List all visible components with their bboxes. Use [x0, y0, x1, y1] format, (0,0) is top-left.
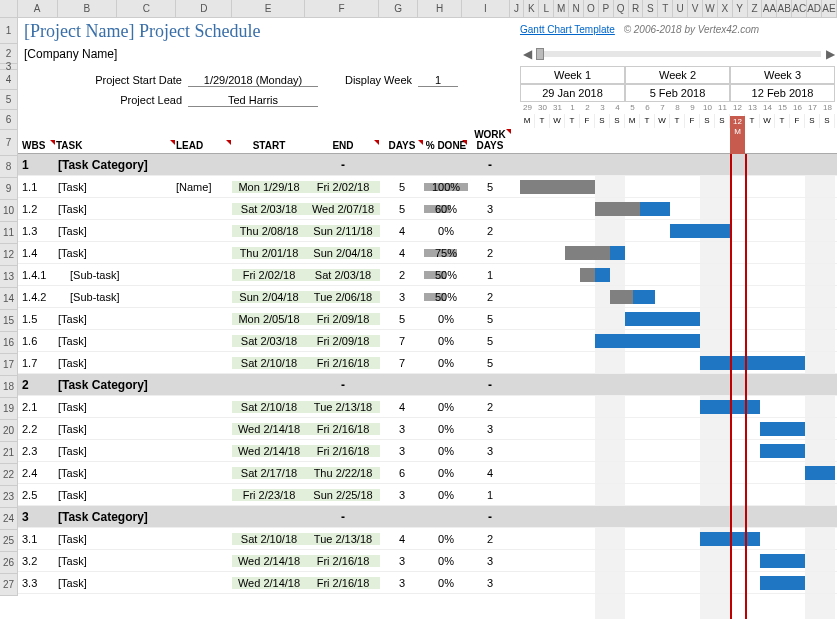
gantt-bar[interactable]: [595, 334, 700, 348]
col-header[interactable]: B: [58, 0, 117, 17]
start-date-value[interactable]: 1/29/2018 (Monday): [188, 74, 318, 87]
table-row[interactable]: 3.1 [Task] Sat 2/10/18 Tue 2/13/18 4 0% …: [18, 528, 520, 550]
cell-done[interactable]: 75%: [424, 247, 468, 259]
cell-days[interactable]: 4: [380, 401, 424, 413]
gantt-bar[interactable]: [625, 312, 700, 326]
cell-days[interactable]: 4: [380, 225, 424, 237]
cell-wbs[interactable]: 2.3: [18, 445, 56, 457]
row-header[interactable]: 17: [0, 354, 18, 376]
col-header[interactable]: Y: [733, 0, 748, 17]
cell-task[interactable]: [Sub-task]: [56, 269, 176, 281]
cell-start[interactable]: Mon 1/29/18: [232, 181, 306, 193]
cell-done[interactable]: 0%: [424, 225, 468, 237]
cell-days[interactable]: 2: [380, 269, 424, 281]
cell-end[interactable]: Wed 2/07/18: [306, 203, 380, 215]
cell-start[interactable]: Sat 2/03/18: [232, 203, 306, 215]
table-row[interactable]: 1.2 [Task] Sat 2/03/18 Wed 2/07/18 5 60%…: [18, 198, 520, 220]
cell-workdays[interactable]: 1: [468, 489, 512, 501]
table-row[interactable]: 2.3 [Task] Wed 2/14/18 Fri 2/16/18 3 0% …: [18, 440, 520, 462]
col-header[interactable]: D: [176, 0, 232, 17]
col-header[interactable]: U: [673, 0, 688, 17]
row-header[interactable]: 1: [0, 18, 18, 44]
cell-workdays[interactable]: 2: [468, 533, 512, 545]
table-row[interactable]: 2.2 [Task] Wed 2/14/18 Fri 2/16/18 3 0% …: [18, 418, 520, 440]
col-header[interactable]: AB: [777, 0, 792, 17]
table-row[interactable]: 2.1 [Task] Sat 2/10/18 Tue 2/13/18 4 0% …: [18, 396, 520, 418]
cell-done[interactable]: 0%: [424, 445, 468, 457]
cell-end[interactable]: Fri 2/09/18: [306, 335, 380, 347]
cell-task[interactable]: [Task]: [56, 181, 176, 193]
cell-end[interactable]: Tue 2/06/18: [306, 291, 380, 303]
cell-done[interactable]: 0%: [424, 313, 468, 325]
row-header[interactable]: 5: [0, 90, 18, 110]
cell-workdays[interactable]: 3: [468, 203, 512, 215]
cell-workdays[interactable]: 5: [468, 181, 512, 193]
col-header[interactable]: R: [629, 0, 644, 17]
cell-wbs[interactable]: 2.2: [18, 423, 56, 435]
cell-task[interactable]: [Task]: [56, 533, 176, 545]
row-header[interactable]: 7: [0, 130, 18, 156]
cell-start[interactable]: Wed 2/14/18: [232, 577, 306, 589]
cell-days[interactable]: 5: [380, 313, 424, 325]
cell-end[interactable]: Fri 2/09/18: [306, 313, 380, 325]
cell-done[interactable]: 0%: [424, 423, 468, 435]
cell-task[interactable]: [Task]: [56, 445, 176, 457]
cell-end[interactable]: Tue 2/13/18: [306, 533, 380, 545]
col-header[interactable]: N: [569, 0, 584, 17]
table-row[interactable]: 1.6 [Task] Sat 2/03/18 Fri 2/09/18 7 0% …: [18, 330, 520, 352]
cell-task[interactable]: [Task]: [56, 203, 176, 215]
col-header[interactable]: A: [18, 0, 58, 17]
table-row[interactable]: 3 [Task Category] - -: [18, 506, 520, 528]
cell-task[interactable]: [Task]: [56, 467, 176, 479]
cell-workdays[interactable]: -: [468, 510, 512, 524]
cell-end[interactable]: Tue 2/13/18: [306, 401, 380, 413]
row-headers[interactable]: 1234567891011121314151617181920212223242…: [0, 18, 18, 596]
col-header[interactable]: P: [599, 0, 614, 17]
cell-start[interactable]: Sun 2/04/18: [232, 291, 306, 303]
cell-days[interactable]: 5: [380, 203, 424, 215]
gantt-template-link[interactable]: Gantt Chart Template: [520, 24, 615, 35]
table-row[interactable]: 1.3 [Task] Thu 2/08/18 Sun 2/11/18 4 0% …: [18, 220, 520, 242]
row-header[interactable]: 25: [0, 530, 18, 552]
cell-done[interactable]: 100%: [424, 181, 468, 193]
cell-start[interactable]: Fri 2/02/18: [232, 269, 306, 281]
col-header[interactable]: Z: [748, 0, 763, 17]
col-header[interactable]: K: [524, 0, 539, 17]
row-header[interactable]: 18: [0, 376, 18, 398]
cell-task[interactable]: [Task]: [56, 225, 176, 237]
cell-done[interactable]: 50%: [424, 269, 468, 281]
row-header[interactable]: 4: [0, 70, 18, 90]
cell-wbs[interactable]: 2: [18, 378, 56, 392]
column-headers[interactable]: ABCDEFGHIJKLMNOPQRSTUVWXYZAAABACADAE: [0, 0, 837, 18]
cell-start[interactable]: Thu 2/08/18: [232, 225, 306, 237]
cell-task[interactable]: [Task]: [56, 313, 176, 325]
cell-done[interactable]: 0%: [424, 467, 468, 479]
cell-end[interactable]: Fri 2/16/18: [306, 577, 380, 589]
cell-done[interactable]: 0%: [424, 533, 468, 545]
cell-end[interactable]: Sun 2/25/18: [306, 489, 380, 501]
cell-wbs[interactable]: 3.2: [18, 555, 56, 567]
cell-wbs[interactable]: 1.3: [18, 225, 56, 237]
col-header[interactable]: AD: [807, 0, 822, 17]
cell-wbs[interactable]: 1.2: [18, 203, 56, 215]
col-header[interactable]: AE: [822, 0, 837, 17]
gantt-bar[interactable]: [760, 554, 805, 568]
col-header[interactable]: J: [510, 0, 525, 17]
cell-task[interactable]: [Task]: [56, 489, 176, 501]
cell-end[interactable]: Sun 2/04/18: [306, 247, 380, 259]
lead-value[interactable]: Ted Harris: [188, 94, 318, 107]
cell-wbs[interactable]: 3: [18, 510, 56, 524]
table-row[interactable]: 3.2 [Task] Wed 2/14/18 Fri 2/16/18 3 0% …: [18, 550, 520, 572]
cell-wbs[interactable]: 2.1: [18, 401, 56, 413]
row-header[interactable]: 19: [0, 398, 18, 420]
row-header[interactable]: 14: [0, 288, 18, 310]
cell-days[interactable]: 7: [380, 335, 424, 347]
cell-start[interactable]: Wed 2/14/18: [232, 555, 306, 567]
cell-wbs[interactable]: 1: [18, 158, 56, 172]
col-header[interactable]: V: [688, 0, 703, 17]
cell-workdays[interactable]: 3: [468, 555, 512, 567]
cell-start[interactable]: Sat 2/03/18: [232, 335, 306, 347]
row-header[interactable]: 20: [0, 420, 18, 442]
cell-days[interactable]: 5: [380, 181, 424, 193]
row-header[interactable]: 12: [0, 244, 18, 266]
